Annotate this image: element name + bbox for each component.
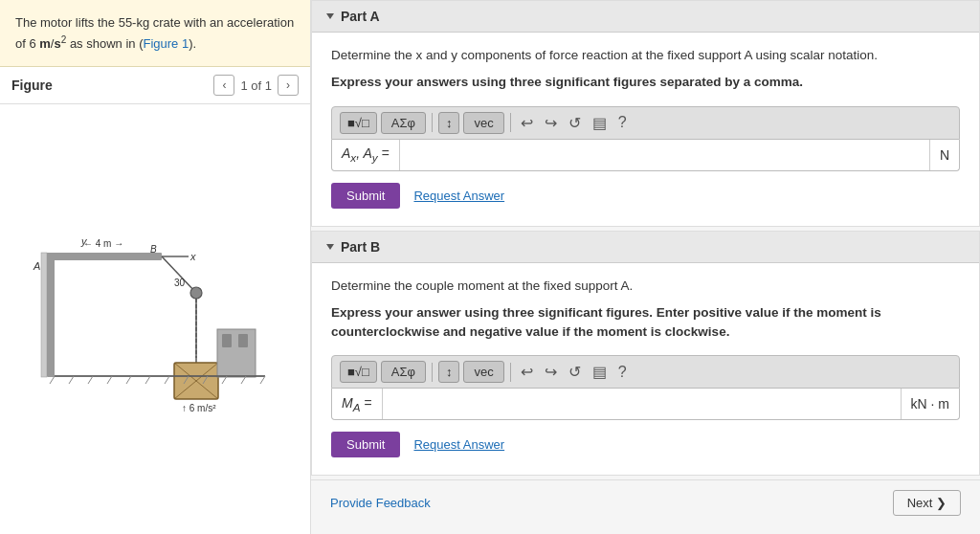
svg-line-24 xyxy=(69,376,74,384)
part-a-unit: N xyxy=(930,142,959,168)
problem-statement: The motor lifts the 55-kg crate with an … xyxy=(0,0,310,67)
part-b-body: Determine the couple moment at the fixed… xyxy=(312,263,979,476)
part-b-answer-row: MA = kN · m xyxy=(331,389,960,420)
part-b-vec-btn[interactable]: vec xyxy=(463,361,503,383)
figure-svg: y A ← 4 m → x B 30 xyxy=(26,224,284,415)
part-a-instruction: Express your answers using three signifi… xyxy=(331,73,960,92)
svg-rect-20 xyxy=(222,334,232,347)
part-a-sep1 xyxy=(432,113,433,132)
part-a-section: Part A Determine the x and y components … xyxy=(311,0,980,227)
part-a-help-btn[interactable]: ? xyxy=(614,112,631,133)
part-a-label: Part A xyxy=(341,9,380,24)
part-b-answer-input[interactable] xyxy=(382,389,902,419)
svg-text:30: 30 xyxy=(174,278,186,288)
part-a-refresh-btn[interactable]: ↺ xyxy=(565,112,585,134)
part-a-toolbar: ■√□ ΑΣφ ↕ vec ↩ ↪ ↺ ▤ ? xyxy=(331,106,960,140)
figure-display: y A ← 4 m → x B 30 xyxy=(0,104,310,534)
part-b-actions: Submit Request Answer xyxy=(331,432,960,457)
part-b-header: Part B xyxy=(312,232,979,263)
part-b-section: Part B Determine the couple moment at th… xyxy=(311,231,980,477)
part-b-table-btn[interactable]: ▤ xyxy=(589,361,611,383)
svg-rect-2 xyxy=(47,253,162,260)
part-b-input-box: ■√□ ΑΣφ ↕ vec ↩ ↪ ↺ ▤ ? MA = kN · m xyxy=(331,355,960,420)
part-a-sqrt-btn[interactable]: ■√□ xyxy=(340,112,377,134)
part-b-redo-btn[interactable]: ↪ xyxy=(541,361,561,383)
svg-line-23 xyxy=(50,376,55,384)
svg-text:x: x xyxy=(189,251,196,262)
figure-nav-controls: ‹ 1 of 1 › xyxy=(213,75,299,96)
footer-bar: Provide Feedback Next ❯ xyxy=(311,479,980,525)
part-b-submit-button[interactable]: Submit xyxy=(331,432,400,457)
next-button[interactable]: Next ❯ xyxy=(893,490,961,516)
figure-link[interactable]: Figure 1 xyxy=(143,36,189,51)
part-a-answer-input[interactable] xyxy=(399,140,930,170)
svg-line-27 xyxy=(126,376,131,384)
part-a-body: Determine the x and y components of forc… xyxy=(312,33,979,226)
figure-title: Figure xyxy=(11,78,53,93)
svg-rect-1 xyxy=(47,253,55,377)
svg-rect-21 xyxy=(238,334,248,347)
figure-page-indicator: 1 of 1 xyxy=(240,78,272,93)
figure-prev-button[interactable]: ‹ xyxy=(213,75,234,96)
part-b-description: Determine the couple moment at the fixed… xyxy=(331,277,960,296)
part-b-instruction: Express your answer using three signific… xyxy=(331,303,960,343)
part-a-sep2 xyxy=(510,113,511,132)
figure-next-button[interactable]: › xyxy=(278,75,299,96)
part-b-refresh-btn[interactable]: ↺ xyxy=(565,361,585,383)
part-b-sep2 xyxy=(510,363,511,382)
part-b-sigma-btn[interactable]: ΑΣφ xyxy=(381,361,426,383)
right-panel: Part A Determine the x and y components … xyxy=(311,0,980,534)
svg-line-26 xyxy=(107,376,112,384)
svg-rect-17 xyxy=(41,253,47,377)
svg-line-34 xyxy=(260,376,265,384)
part-a-request-answer-button[interactable]: Request Answer xyxy=(413,189,504,203)
svg-text:↑ 6 m/s²: ↑ 6 m/s² xyxy=(182,403,216,413)
part-b-arrow-btn[interactable]: ↕ xyxy=(438,361,460,383)
part-a-input-box: ■√□ ΑΣφ ↕ vec ↩ ↪ ↺ ▤ ? Ax, Ay = N xyxy=(331,106,960,171)
part-b-undo-btn[interactable]: ↩ xyxy=(517,361,537,383)
left-panel: The motor lifts the 55-kg crate with an … xyxy=(0,0,311,534)
part-b-toolbar: ■√□ ΑΣφ ↕ vec ↩ ↪ ↺ ▤ ? xyxy=(331,355,960,389)
part-b-unit: kN · m xyxy=(902,390,959,417)
svg-text:A: A xyxy=(33,260,40,272)
part-b-collapse-icon[interactable] xyxy=(326,244,334,250)
provide-feedback-link[interactable]: Provide Feedback xyxy=(330,496,431,510)
svg-text:← 4 m →: ← 4 m → xyxy=(83,238,123,249)
svg-line-28 xyxy=(145,376,150,384)
svg-line-29 xyxy=(165,376,169,384)
figure-header: Figure ‹ 1 of 1 › xyxy=(0,67,310,104)
part-b-sep1 xyxy=(432,363,433,382)
svg-point-18 xyxy=(190,287,202,299)
part-a-answer-row: Ax, Ay = N xyxy=(331,140,960,171)
part-b-help-btn[interactable]: ? xyxy=(614,362,631,383)
part-b-sqrt-btn[interactable]: ■√□ xyxy=(340,361,377,383)
part-a-arrow-btn[interactable]: ↕ xyxy=(438,112,460,134)
figure-image: y A ← 4 m → x B 30 xyxy=(26,224,284,415)
part-a-submit-button[interactable]: Submit xyxy=(331,183,400,209)
part-b-label: Part B xyxy=(341,239,380,255)
part-a-redo-btn[interactable]: ↪ xyxy=(541,112,561,134)
part-a-answer-label: Ax, Ay = xyxy=(332,140,399,169)
part-a-actions: Submit Request Answer xyxy=(331,183,960,209)
part-a-vec-btn[interactable]: vec xyxy=(463,112,503,134)
part-a-collapse-icon[interactable] xyxy=(326,13,334,19)
part-a-table-btn[interactable]: ▤ xyxy=(589,112,611,134)
svg-text:B: B xyxy=(150,244,157,255)
part-b-answer-label: MA = xyxy=(332,389,382,419)
svg-line-25 xyxy=(88,376,93,384)
part-a-sigma-btn[interactable]: ΑΣφ xyxy=(381,112,426,134)
part-a-description: Determine the x and y components of forc… xyxy=(331,46,960,65)
part-a-header: Part A xyxy=(312,1,979,33)
part-b-request-answer-button[interactable]: Request Answer xyxy=(413,437,504,452)
part-a-undo-btn[interactable]: ↩ xyxy=(517,112,537,134)
